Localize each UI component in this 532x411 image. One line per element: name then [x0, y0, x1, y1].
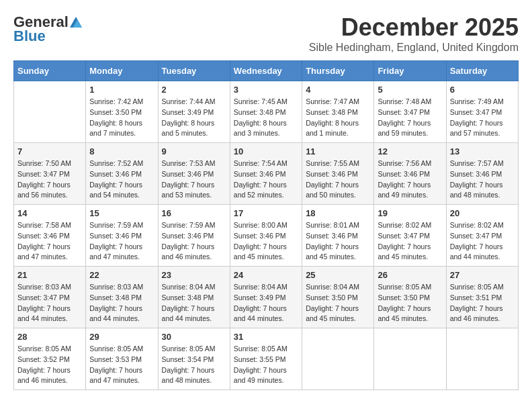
logo-blue-text: Blue [13, 28, 46, 45]
day-info: Sunrise: 7:54 AMSunset: 3:46 PMDaylight:… [234, 158, 298, 201]
table-row: 25Sunrise: 8:04 AMSunset: 3:50 PMDayligh… [302, 267, 374, 328]
table-row: 21Sunrise: 8:03 AMSunset: 3:47 PMDayligh… [14, 267, 86, 328]
day-number: 7 [17, 146, 82, 156]
table-row: 19Sunrise: 8:02 AMSunset: 3:47 PMDayligh… [374, 205, 446, 267]
table-row: 31Sunrise: 8:05 AMSunset: 3:55 PMDayligh… [230, 328, 302, 390]
header-thursday: Thursday [302, 61, 374, 81]
day-number: 30 [162, 332, 226, 342]
table-row: 26Sunrise: 8:05 AMSunset: 3:50 PMDayligh… [374, 267, 446, 328]
calendar-week-row: 1Sunrise: 7:42 AMSunset: 3:50 PMDaylight… [14, 81, 519, 143]
day-info: Sunrise: 7:44 AMSunset: 3:49 PMDaylight:… [162, 97, 226, 139]
day-number: 6 [450, 85, 515, 95]
calendar-week-row: 7Sunrise: 7:50 AMSunset: 3:47 PMDaylight… [14, 143, 519, 205]
day-info: Sunrise: 7:49 AMSunset: 3:47 PMDaylight:… [450, 97, 515, 139]
day-number: 28 [17, 332, 82, 342]
day-info: Sunrise: 7:52 AMSunset: 3:46 PMDaylight:… [89, 158, 154, 201]
table-row: 1Sunrise: 7:42 AMSunset: 3:50 PMDaylight… [86, 81, 158, 143]
day-info: Sunrise: 7:47 AMSunset: 3:48 PMDaylight:… [306, 97, 370, 139]
table-row: 20Sunrise: 8:02 AMSunset: 3:47 PMDayligh… [446, 205, 518, 267]
day-number: 31 [234, 332, 298, 342]
table-row: 10Sunrise: 7:54 AMSunset: 3:46 PMDayligh… [230, 143, 302, 205]
calendar-week-row: 14Sunrise: 7:58 AMSunset: 3:46 PMDayligh… [14, 205, 519, 267]
table-row: 2Sunrise: 7:44 AMSunset: 3:49 PMDaylight… [158, 81, 230, 143]
logo: General Blue [13, 13, 82, 45]
table-row: 18Sunrise: 8:01 AMSunset: 3:46 PMDayligh… [302, 205, 374, 267]
table-row: 29Sunrise: 8:05 AMSunset: 3:53 PMDayligh… [86, 328, 158, 390]
day-number: 21 [17, 270, 82, 280]
day-number: 14 [17, 208, 82, 218]
table-row [14, 81, 86, 143]
day-number: 8 [89, 146, 154, 156]
day-number: 27 [450, 270, 515, 280]
day-number: 19 [378, 208, 442, 218]
table-row: 16Sunrise: 7:59 AMSunset: 3:46 PMDayligh… [158, 205, 230, 267]
header-saturday: Saturday [446, 61, 518, 81]
day-info: Sunrise: 7:42 AMSunset: 3:50 PMDaylight:… [89, 97, 154, 139]
header-tuesday: Tuesday [158, 61, 230, 81]
day-info: Sunrise: 8:05 AMSunset: 3:53 PMDaylight:… [89, 344, 154, 386]
day-number: 5 [378, 85, 442, 95]
table-row: 5Sunrise: 7:48 AMSunset: 3:47 PMDaylight… [374, 81, 446, 143]
location: Sible Hedingham, England, United Kingdom [309, 42, 519, 54]
day-info: Sunrise: 7:59 AMSunset: 3:46 PMDaylight:… [162, 220, 226, 263]
day-info: Sunrise: 8:05 AMSunset: 3:51 PMDaylight:… [450, 282, 515, 324]
day-info: Sunrise: 7:50 AMSunset: 3:47 PMDaylight:… [17, 158, 82, 201]
day-info: Sunrise: 7:55 AMSunset: 3:46 PMDaylight:… [306, 158, 370, 201]
day-number: 26 [378, 270, 442, 280]
day-number: 12 [378, 146, 442, 156]
page-header: General Blue December 2025 Sible Hedingh… [13, 13, 519, 54]
header-monday: Monday [86, 61, 158, 81]
day-info: Sunrise: 8:03 AMSunset: 3:47 PMDaylight:… [17, 282, 82, 324]
day-info: Sunrise: 7:48 AMSunset: 3:47 PMDaylight:… [378, 97, 442, 139]
day-info: Sunrise: 7:45 AMSunset: 3:48 PMDaylight:… [234, 97, 298, 139]
day-number: 22 [89, 270, 154, 280]
table-row: 22Sunrise: 8:03 AMSunset: 3:48 PMDayligh… [86, 267, 158, 328]
day-info: Sunrise: 7:58 AMSunset: 3:46 PMDaylight:… [17, 220, 82, 263]
table-row: 23Sunrise: 8:04 AMSunset: 3:48 PMDayligh… [158, 267, 230, 328]
calendar-header-row: Sunday Monday Tuesday Wednesday Thursday… [14, 61, 519, 81]
day-number: 9 [162, 146, 226, 156]
day-info: Sunrise: 8:05 AMSunset: 3:52 PMDaylight:… [17, 344, 82, 386]
day-info: Sunrise: 7:56 AMSunset: 3:46 PMDaylight:… [378, 158, 442, 201]
day-number: 16 [162, 208, 226, 218]
day-info: Sunrise: 7:53 AMSunset: 3:46 PMDaylight:… [162, 158, 226, 201]
table-row: 28Sunrise: 8:05 AMSunset: 3:52 PMDayligh… [14, 328, 86, 390]
calendar-table: Sunday Monday Tuesday Wednesday Thursday… [13, 60, 519, 390]
day-info: Sunrise: 8:04 AMSunset: 3:49 PMDaylight:… [234, 282, 298, 324]
month-title: December 2025 [309, 13, 519, 42]
table-row: 27Sunrise: 8:05 AMSunset: 3:51 PMDayligh… [446, 267, 518, 328]
table-row: 4Sunrise: 7:47 AMSunset: 3:48 PMDaylight… [302, 81, 374, 143]
day-number: 1 [89, 85, 154, 95]
table-row [302, 328, 374, 390]
table-row: 30Sunrise: 8:05 AMSunset: 3:54 PMDayligh… [158, 328, 230, 390]
day-number: 13 [450, 146, 515, 156]
day-info: Sunrise: 8:00 AMSunset: 3:46 PMDaylight:… [234, 220, 298, 263]
table-row: 11Sunrise: 7:55 AMSunset: 3:46 PMDayligh… [302, 143, 374, 205]
table-row: 17Sunrise: 8:00 AMSunset: 3:46 PMDayligh… [230, 205, 302, 267]
day-info: Sunrise: 8:05 AMSunset: 3:54 PMDaylight:… [162, 344, 226, 386]
day-number: 3 [234, 85, 298, 95]
day-number: 15 [89, 208, 154, 218]
day-number: 17 [234, 208, 298, 218]
table-row: 9Sunrise: 7:53 AMSunset: 3:46 PMDaylight… [158, 143, 230, 205]
day-number: 2 [162, 85, 226, 95]
day-number: 23 [162, 270, 226, 280]
logo-icon [70, 16, 82, 28]
table-row [446, 328, 518, 390]
day-info: Sunrise: 8:05 AMSunset: 3:55 PMDaylight:… [234, 344, 298, 386]
table-row: 3Sunrise: 7:45 AMSunset: 3:48 PMDaylight… [230, 81, 302, 143]
calendar-week-row: 21Sunrise: 8:03 AMSunset: 3:47 PMDayligh… [14, 267, 519, 328]
day-number: 25 [306, 270, 370, 280]
day-info: Sunrise: 7:59 AMSunset: 3:46 PMDaylight:… [89, 220, 154, 263]
day-number: 4 [306, 85, 370, 95]
table-row [374, 328, 446, 390]
day-info: Sunrise: 8:01 AMSunset: 3:46 PMDaylight:… [306, 220, 370, 263]
table-row: 13Sunrise: 7:57 AMSunset: 3:46 PMDayligh… [446, 143, 518, 205]
day-number: 24 [234, 270, 298, 280]
day-info: Sunrise: 8:02 AMSunset: 3:47 PMDaylight:… [378, 220, 442, 263]
day-number: 20 [450, 208, 515, 218]
title-section: December 2025 Sible Hedingham, England, … [309, 13, 519, 54]
day-number: 11 [306, 146, 370, 156]
day-info: Sunrise: 8:02 AMSunset: 3:47 PMDaylight:… [450, 220, 515, 263]
table-row: 14Sunrise: 7:58 AMSunset: 3:46 PMDayligh… [14, 205, 86, 267]
